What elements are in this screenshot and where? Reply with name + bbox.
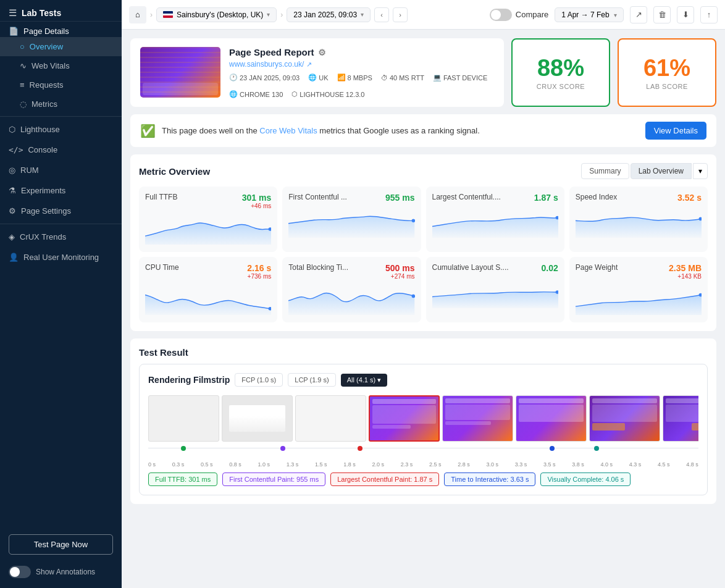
filmstrip-frames <box>148 393 698 444</box>
lab-tests-icon: ☰ <box>9 7 17 19</box>
annotations-toggle[interactable] <box>9 566 31 578</box>
content-area: Page Speed Report ⚙ www.sainsburys.co.uk… <box>122 30 725 588</box>
meta-bandwidth: 📶 8 MBPS <box>337 74 372 82</box>
sidebar-item-real-user-monitoring[interactable]: 👤 Real User Monitoring <box>0 247 122 267</box>
test-result-title: Test Result <box>139 347 708 358</box>
report-url[interactable]: www.sainsburys.co.uk/ <box>229 60 304 69</box>
sidebar-section-lab-tests: ☰ Lab Tests <box>0 0 122 22</box>
metric-ttfb-change: +46 ms <box>242 203 271 209</box>
sidebar-item-metrics[interactable]: ◌ Metrics <box>0 94 122 114</box>
annotation-vc: Visually Complete: 4.06 s <box>540 472 631 486</box>
meta-device: 💻 FAST DEVICE <box>433 74 487 82</box>
lighthouse-label: Lighthouse <box>20 125 60 134</box>
metric-ttfb-value: 301 ms <box>242 193 271 203</box>
sidebar-item-crux-trends[interactable]: ◈ CrUX Trends <box>0 227 122 247</box>
annotations-row: Full TTFB: 301 ms First Contentful Paint… <box>148 472 698 486</box>
alert-banner: ✅ This page does well on the Core Web Vi… <box>130 114 716 147</box>
alert-check-icon: ✅ <box>140 124 156 138</box>
metric-overview-section: Metric Overview Summary Lab Overview ▾ F… <box>130 154 716 331</box>
requests-icon: ≡ <box>20 80 25 90</box>
toggle-knob <box>10 567 20 577</box>
share-icon-btn[interactable]: ↑ <box>700 6 718 23</box>
lab-score-card: 61% LAB SCORE <box>618 38 716 107</box>
report-thumbnail <box>140 47 220 98</box>
metrics-header: Metric Overview Summary Lab Overview ▾ <box>139 163 708 179</box>
page-details-label: Page Details <box>23 27 69 36</box>
test-page-button[interactable]: Test Page Now <box>9 534 113 555</box>
crux-score-card: 88% CRUX SCORE <box>511 38 610 107</box>
metric-lcp-chart <box>432 205 558 239</box>
sidebar-item-web-vitals[interactable]: ∿ Web Vitals <box>0 56 122 75</box>
lighthouse-icon: ⬡ <box>9 125 15 134</box>
sidebar-item-rum[interactable]: ◎ RUM <box>0 160 122 180</box>
overview-label: Overview <box>30 42 63 51</box>
compare-toggle-switch[interactable] <box>490 9 512 21</box>
sidebar-item-console[interactable]: </> Console <box>0 140 122 160</box>
frame-8 <box>663 395 698 442</box>
browser-icon: 🌐 <box>229 90 238 98</box>
open-icon-btn[interactable]: ↗ <box>630 6 647 23</box>
requests-label: Requests <box>30 80 64 90</box>
metric-card-fcp: First Contentful ... 955 ms <box>282 187 421 252</box>
tab-lab-overview[interactable]: Lab Overview <box>631 163 692 179</box>
device-icon: 💻 <box>433 74 442 82</box>
web-vitals-label: Web Vitals <box>31 61 70 70</box>
next-button[interactable]: › <box>393 7 408 22</box>
all-btn[interactable]: All (4.1 s) ▾ <box>341 374 387 387</box>
metric-card-cpu: CPU Time 2.16 s +736 ms <box>139 257 277 322</box>
crux-trends-label: CrUX Trends <box>20 232 66 242</box>
topbar: ⌂ › Sainsbury's (Desktop, UK) ▾ › 23 Jan… <box>122 0 725 30</box>
annotation-fcp: First Contentful Paint: 955 ms <box>222 472 325 486</box>
prev-button[interactable]: ‹ <box>374 7 389 22</box>
core-web-vitals-link[interactable]: Core Web Vitals <box>259 126 317 135</box>
rum-label: RUM <box>20 166 39 175</box>
metric-lcp-name: Largest Contentful.... <box>432 193 501 201</box>
metric-cpu-change: +736 ms <box>247 273 271 280</box>
delete-icon-btn[interactable]: 🗑 <box>653 6 671 23</box>
overview-icon: ○ <box>20 42 25 51</box>
metric-ttfb-name: Full TTFB <box>145 193 177 201</box>
view-details-button[interactable]: View Details <box>645 122 706 140</box>
page-settings-label: Page Settings <box>21 206 71 216</box>
settings-icon[interactable]: ⚙ <box>318 48 326 57</box>
frame-2 <box>222 395 293 442</box>
breadcrumb-site[interactable]: Sainsbury's (Desktop, UK) ▾ <box>156 7 277 22</box>
sidebar-item-page-settings[interactable]: ⚙ Page Settings <box>0 201 122 221</box>
frame-4 <box>369 395 440 442</box>
lcp-btn[interactable]: LCP (1.9 s) <box>288 373 335 387</box>
real-user-monitoring-label: Real User Monitoring <box>23 253 99 262</box>
sidebar-item-overview[interactable]: ○ Overview <box>0 37 122 56</box>
tab-summary[interactable]: Summary <box>581 163 629 179</box>
meta-date: 🕐 23 JAN 2025, 09:03 <box>229 74 300 82</box>
alert-text: This page does well on the Core Web Vita… <box>162 126 639 135</box>
meta-country: 🌐 UK <box>308 74 328 82</box>
metrics-tabs: Summary Lab Overview ▾ <box>581 163 708 179</box>
metric-pw-chart <box>576 282 702 316</box>
fcp-btn[interactable]: FCP (1.0 s) <box>235 373 283 387</box>
sidebar-item-lighthouse[interactable]: ⬡ Lighthouse <box>0 119 122 140</box>
metrics-dropdown-btn[interactable]: ▾ <box>693 163 708 179</box>
date-range[interactable]: 1 Apr → 7 Feb ▾ <box>555 7 624 22</box>
date-breadcrumb[interactable]: 23 Jan 2025, 09:03 ▾ <box>287 7 371 22</box>
compare-toggle[interactable]: Compare <box>490 9 548 21</box>
metric-cls-value: 0.02 <box>542 263 558 273</box>
timeline-area <box>148 448 698 458</box>
download-icon-btn[interactable]: ⬇ <box>677 6 694 23</box>
sidebar-item-requests[interactable]: ≡ Requests <box>0 75 122 94</box>
metric-fcp-chart <box>288 205 414 239</box>
metric-cpu-name: CPU Time <box>145 263 179 272</box>
sidebar-item-experiments[interactable]: ⚗ Experiments <box>0 180 122 201</box>
topbar-right: Compare 1 Apr → 7 Feb ▾ ↗ 🗑 ⬇ ↑ <box>490 6 718 23</box>
metric-overview-title: Metric Overview <box>139 166 210 177</box>
metric-si-chart <box>576 205 702 239</box>
uk-flag-icon <box>163 11 173 18</box>
annotation-ttfb: Full TTFB: 301 ms <box>148 472 217 486</box>
show-annotations-row: Show Annotations <box>0 561 122 588</box>
filmstrip-header: Rendering Filmstrip FCP (1.0 s) LCP (1.9… <box>148 373 698 387</box>
metric-tbt-value: 500 ms <box>385 263 414 273</box>
site-breadcrumb-label: Sainsbury's (Desktop, UK) <box>177 10 263 19</box>
page-settings-icon: ⚙ <box>9 206 16 216</box>
home-button[interactable]: ⌂ <box>129 6 146 23</box>
breadcrumb-chevron: ▾ <box>267 11 270 18</box>
frame-3 <box>295 395 366 442</box>
